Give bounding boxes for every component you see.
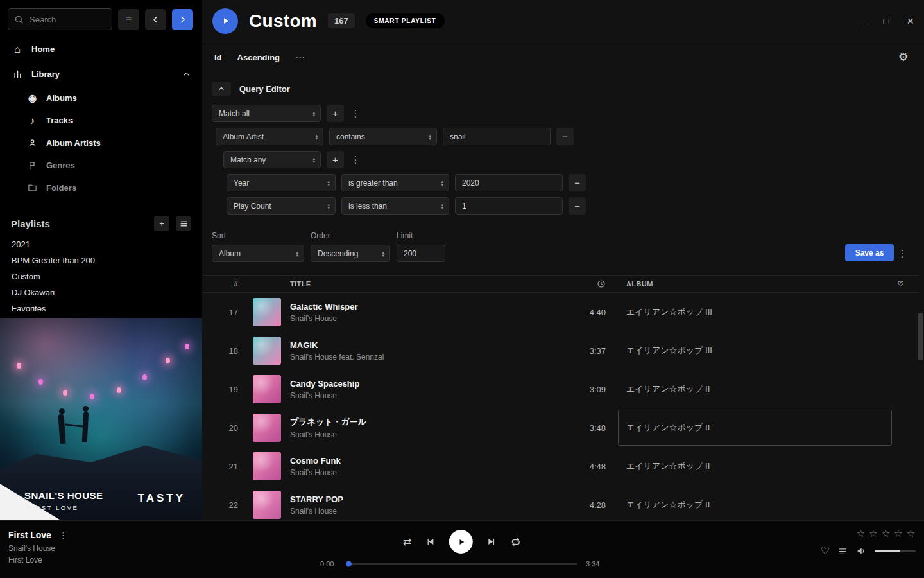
rule-value-input[interactable] [455,174,563,191]
sidebar-item-home[interactable]: ⌂ Home [0,37,202,62]
star-icon[interactable]: ☆ [907,528,915,539]
play-button[interactable] [449,530,473,554]
rule-operator-select[interactable]: is less than [341,197,449,215]
table-row[interactable]: 22 STARRY POP Snail's House 4:28 エイリアン☆ポ… [202,486,919,520]
queue-button[interactable] [838,547,848,556]
rule-field-select[interactable]: Album Artist [216,128,323,145]
remove-rule-button[interactable]: − [569,174,586,191]
order-label: Order [311,231,390,240]
next-button[interactable] [487,537,497,547]
sidebar-item-tracks[interactable]: ♪ Tracks [27,109,202,132]
rating-stars: ☆ ☆ ☆ ☆ ☆ [857,528,915,539]
track-title: Candy Spaceship [290,379,567,389]
remove-rule-button[interactable]: − [556,128,574,145]
previous-button[interactable] [425,537,435,547]
collapse-query-editor-button[interactable] [212,82,231,96]
volume-button[interactable] [856,546,866,556]
forward-button[interactable] [172,9,193,30]
shuffle-icon: ⇄ [403,536,411,548]
playlist-item[interactable]: Favorites [0,301,202,317]
sidebar-item-albums[interactable]: ◉ Albums [27,87,202,109]
search-box[interactable] [8,8,112,30]
track-title: プラネット・ガール [290,416,567,428]
track-duration: 4:28 [567,500,606,510]
gear-icon[interactable]: ⚙ [898,50,909,64]
table-row[interactable]: 18 MAGIK Snail's House feat. Sennzai 3:3… [202,331,919,370]
add-rule-button[interactable]: + [327,151,344,168]
sort-select[interactable]: Album [212,245,304,262]
rule-operator-select[interactable]: is greater than [341,174,449,191]
order-select[interactable]: Descending [311,245,390,262]
rule-value-input[interactable] [443,128,551,145]
header-favorite[interactable]: ♡ [883,280,919,288]
volume-slider[interactable] [875,550,916,552]
table-row[interactable]: 21 Cosmo Funk Snail's House 4:48 エイリアン☆ポ… [202,447,919,486]
remove-rule-button[interactable]: − [569,197,586,215]
group-options-button[interactable]: ⋮ [350,154,361,166]
plus-icon: + [332,154,338,165]
header-number[interactable]: # [202,280,238,288]
table-row[interactable]: 19 Candy Spaceship Snail's House 3:09 エイ… [202,370,919,408]
save-options-button[interactable]: ⋮ [896,248,908,259]
select-value: Album [219,249,241,258]
back-button[interactable] [145,9,166,30]
header-title[interactable]: TITLE [290,280,567,288]
track-artist: Snail's House [290,468,567,477]
sidebar-item-label: Tracks [46,116,73,125]
playlists-title: Playlists [11,218,148,229]
playlist-item[interactable]: Custom [0,268,202,285]
search-input[interactable] [28,14,106,25]
seek-bar[interactable] [346,563,578,565]
maximize-button[interactable]: □ [883,16,889,26]
repeat-button[interactable] [511,537,521,547]
shuffle-button[interactable]: ⇄ [403,536,411,548]
favorite-button[interactable]: ♡ [821,546,830,556]
star-icon[interactable]: ☆ [869,528,877,539]
sort-field-button[interactable]: Id [214,53,222,62]
save-as-button[interactable]: Save as [845,244,894,261]
seek-handle[interactable] [346,561,352,567]
add-playlist-button[interactable]: + [154,216,169,231]
sidebar-item-genres[interactable]: Genres [27,154,202,177]
playlist-item[interactable]: BPM Greater than 200 [0,252,202,268]
add-rule-button[interactable]: + [327,105,344,122]
playlist-item[interactable]: 2021 [0,236,202,252]
menu-button[interactable]: ≡ [118,9,139,30]
star-icon[interactable]: ☆ [882,528,890,539]
minimize-button[interactable]: – [860,16,865,26]
header-album[interactable]: ALBUM [626,280,883,288]
sidebar-item-album-artists[interactable]: Album Artists [27,132,202,154]
header-duration[interactable] [567,279,606,288]
track-artist: Snail's House [290,507,567,516]
sidebar-item-library[interactable]: Library [0,62,202,87]
playlist-item[interactable]: DJ Okawari [0,285,202,301]
star-icon[interactable]: ☆ [857,528,865,539]
query-editor-title: Query Editor [239,84,290,94]
rule-field-select[interactable]: Year [227,174,336,191]
more-options-button[interactable]: ⋯ [295,51,305,63]
playlist-options-button[interactable] [176,216,191,231]
library-items: ◉ Albums ♪ Tracks Album Artists Genres F… [0,87,202,199]
rule-field-select[interactable]: Play Count [227,197,336,215]
folder-icon [27,183,38,193]
sort-toolbar: Id Ascending ⋯ [214,51,305,63]
match-all-select[interactable]: Match all [212,105,321,122]
track-album: エイリアン☆ポップ II [626,422,710,434]
sidebar-item-folders[interactable]: Folders [27,177,202,199]
chevron-up-icon[interactable] [182,70,191,78]
close-button[interactable]: × [907,15,914,27]
match-any-select[interactable]: Match any [223,151,321,168]
scrollbar-thumb[interactable] [918,313,923,360]
rule-value-input[interactable] [455,197,563,215]
limit-input[interactable] [397,245,445,262]
album-art-thumbnail [253,452,281,480]
rule-operator-select[interactable]: contains [329,128,437,145]
group-options-button[interactable]: ⋮ [350,108,361,119]
track-options-button[interactable]: ⋮ [59,530,67,540]
sort-direction-button[interactable]: Ascending [237,53,280,62]
star-icon[interactable]: ☆ [894,528,902,539]
table-row[interactable]: 17 Galactic Whisper Snail's House 4:40 エ… [202,293,919,331]
play-playlist-button[interactable] [212,8,238,34]
table-row[interactable]: 20 プラネット・ガール Snail's House 3:48 エイリアン☆ポッ… [202,408,919,447]
queue-icon [838,547,848,556]
